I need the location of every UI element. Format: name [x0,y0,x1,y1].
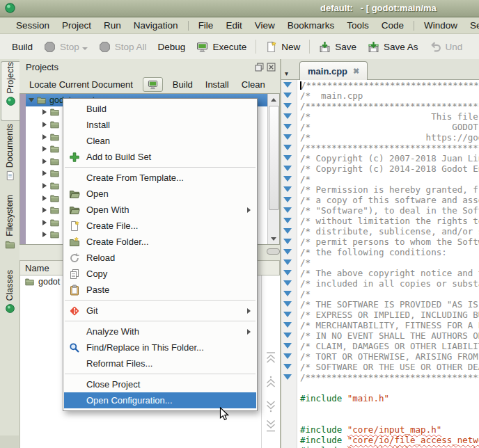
fold-marker-icon [283,166,292,171]
menu-tools[interactable]: Tools [340,18,375,33]
fold-marker-icon [283,322,292,328]
editor-gutter [281,122,297,132]
dock-tab-label: Filesystem [5,195,15,237]
menu-session[interactable]: Session [10,18,56,33]
close-tab-icon[interactable]: ✖ [353,67,359,75]
context-menu-item-analyze-with[interactable]: Analyze With [64,323,256,339]
context-menu-item-open-with[interactable]: Open With [64,202,256,218]
window-icon [4,2,16,14]
projects-panel-header: Projects [19,59,280,75]
stop-all-button[interactable]: Stop All [93,38,152,56]
menu-run[interactable]: Run [97,18,127,33]
dock-tab-documents[interactable]: Documents [1,124,19,188]
save-icon [319,41,331,53]
code-line: /* the following conditions: */ [281,247,479,257]
splitter-handle[interactable] [267,248,280,255]
context-menu-item-copy[interactable]: Copy [64,266,256,282]
context-menu-item-create-file[interactable]: Create File... [64,218,256,234]
folder-icon [36,95,47,105]
context-menu-item-find-replace-in-this-folder[interactable]: Find/Replace in This Folder... [64,339,256,355]
context-menu-item-install[interactable]: Install [64,117,256,133]
panel-clean-button[interactable]: Clean [236,77,271,92]
dock-tab-filesystem[interactable]: Filesystem [1,195,19,263]
tree-scrollbar[interactable] [267,94,279,244]
menu-view[interactable]: View [249,18,281,33]
editor-gutter [281,289,297,299]
context-menu-item-open-configuration[interactable]: Open Configuration... [64,392,256,408]
menu-code[interactable]: Code [375,18,410,33]
build-button[interactable]: Build [6,38,38,56]
tab-overflow-icon[interactable]: ▾ [285,70,288,77]
menu-navigation[interactable]: Navigation [127,18,184,33]
context-menu-item-close-project[interactable]: Close Project [64,376,256,392]
context-menu-item-paste[interactable]: Paste [64,282,256,298]
editor-gutter [281,278,297,289]
locate-current-document-button[interactable]: Locate Current Document [24,77,139,92]
scrollbar-down-icon[interactable] [268,233,279,244]
chev-top-icon[interactable] [264,350,278,365]
context-menu-item-add-to-build-set[interactable]: Add to Build Set [64,149,256,165]
context-menu-item-git[interactable]: Git [64,303,256,319]
debug-button[interactable]: Debug [152,38,191,56]
stop-button[interactable]: Stop [38,38,93,56]
dock-tab-projects[interactable]: Projects [1,61,19,121]
context-menu-item-create-folder[interactable]: Create Folder... [64,234,256,250]
chev-down-icon[interactable] [264,399,278,414]
panel-install-button[interactable]: Install [200,77,235,92]
menu-project[interactable]: Project [56,18,97,33]
code-line: /* MERCHANTABILITY, FITNESS FOR A PARTIC… [281,320,479,330]
scrollbar-up-icon[interactable] [268,94,279,105]
menu-edit[interactable]: Edit [219,18,248,33]
undo-button[interactable]: Und [424,38,469,56]
context-menu-item-build[interactable]: Build [64,101,256,117]
close-panel-icon[interactable] [267,63,276,72]
context-menu-item-open[interactable]: Open [64,186,256,202]
save-as-button[interactable]: Save As [362,38,424,56]
code-line [281,383,479,393]
code-line: /* Permission is hereby granted, free of… [281,184,479,195]
editor-gutter [281,205,297,216]
code-line: #include "core/input_map.h" [281,424,479,435]
editor-gutter [281,174,297,184]
menu-settings[interactable]: Settings [464,18,479,33]
fold-marker-icon [283,291,292,296]
panel-build-button[interactable]: Build [167,77,198,92]
new-button[interactable]: New [260,38,306,56]
context-menu-item-clean[interactable]: Clean [64,133,256,149]
menu-icon-spacer [68,135,81,147]
save-button[interactable]: Save [313,38,362,56]
code-line: /* "Software"), to deal in the Software … [281,205,479,216]
tab-main-cpp[interactable]: main.cpp ✖ [299,61,368,80]
chev-bottom-icon[interactable] [264,418,278,433]
menu-window[interactable]: Window [418,18,464,33]
editor-gutter [281,216,297,226]
code-editor[interactable]: /***************************************… [281,80,479,448]
chev-up-icon[interactable] [264,374,278,390]
context-menu-item-reload[interactable]: Reload [64,250,256,266]
execute-button[interactable]: Execute [191,38,252,56]
fold-marker-icon [283,197,292,202]
menu-item-label: Open Configuration... [86,395,251,406]
expander-open-icon [27,98,35,102]
folder-icon [49,230,60,239]
menubar-separator [414,21,414,31]
context-menu-item-create-from-template[interactable]: Create From Template... [64,170,256,186]
folder-icon [24,277,35,287]
dock-tab-classes[interactable]: Classes [1,270,19,326]
code-line [281,414,479,424]
submenu-arrow-icon [247,308,251,314]
editor-gutter [281,341,297,351]
editor-gutter [281,184,297,195]
code-line: /* Copyright (c) 2014-2018 Godot Engine … [281,163,479,174]
context-menu-item-reformat-files[interactable]: Reformat Files... [64,355,256,371]
undo-icon [430,41,441,53]
menu-bookmarks[interactable]: Bookmarks [281,18,341,33]
menu-file[interactable]: File [192,18,220,33]
scrollbar-thumb[interactable] [269,106,279,210]
float-panel-icon[interactable] [255,63,264,72]
titlebar[interactable]: default: - [ godot:main/ma [0,0,479,17]
folder-open-icon [68,204,81,216]
editor-gutter [281,403,297,414]
kdevelop-window: default: - [ godot:main/ma SessionProjec… [0,0,479,448]
build-target-button[interactable] [143,77,163,92]
